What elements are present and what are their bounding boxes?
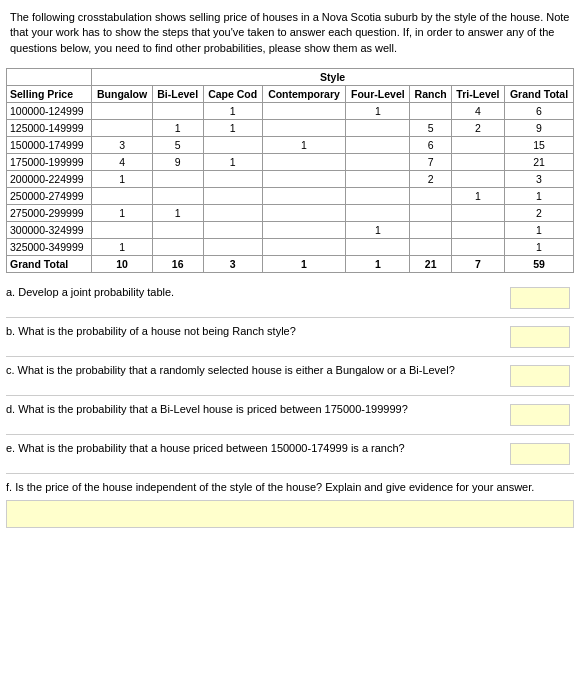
crosstab-table: Style Selling Price Bungalow Bi-Level Ca… (6, 68, 574, 273)
col-contemporary: Contemporary (262, 86, 345, 103)
grand-total-row: Grand Total 10 16 3 1 1 21 7 59 (7, 256, 574, 273)
col-bungalow: Bungalow (92, 86, 153, 103)
style-header-row: Style (7, 69, 574, 86)
style-label: Style (92, 69, 574, 86)
table-row: 275000-299999 1 1 2 (7, 205, 574, 222)
crosstab-table-container: Style Selling Price Bungalow Bi-Level Ca… (6, 68, 574, 273)
col-trilevel: Tri-Level (451, 86, 504, 103)
intro-text: The following crosstabulation shows sell… (6, 6, 574, 60)
table-row: 300000-324999 1 1 (7, 222, 574, 239)
question-c-section: c. What is the probability that a random… (6, 361, 574, 389)
col-selling-price: Selling Price (7, 86, 92, 103)
table-row: 175000-199999 4 9 1 7 21 (7, 154, 574, 171)
question-f-text: f. Is the price of the house independent… (6, 480, 574, 495)
col-bilevel: Bi-Level (152, 86, 203, 103)
table-row: 125000-149999 1 1 5 2 9 (7, 120, 574, 137)
question-e-answer-box[interactable] (510, 443, 570, 465)
col-fourlevel: Four-Level (346, 86, 410, 103)
question-b-section: b. What is the probability of a house no… (6, 322, 574, 350)
question-e-section: e. What is the probability that a house … (6, 439, 574, 467)
table-row: 100000-124999 1 1 4 6 (7, 103, 574, 120)
column-header-row: Selling Price Bungalow Bi-Level Cape Cod… (7, 86, 574, 103)
col-grandtotal: Grand Total (504, 86, 573, 103)
question-a-text: a. Develop a joint probability table. (6, 285, 504, 300)
question-d-text: d. What is the probability that a Bi-Lev… (6, 402, 504, 417)
question-d-section: d. What is the probability that a Bi-Lev… (6, 400, 574, 428)
col-capecod: Cape Cod (203, 86, 262, 103)
question-a-section: a. Develop a joint probability table. (6, 283, 574, 311)
question-d-answer-box[interactable] (510, 404, 570, 426)
question-b-text: b. What is the probability of a house no… (6, 324, 504, 339)
question-a-answer-box[interactable] (510, 287, 570, 309)
question-f-section: f. Is the price of the house independent… (6, 478, 574, 529)
question-f-answer-box[interactable] (6, 500, 574, 528)
question-c-answer-box[interactable] (510, 365, 570, 387)
question-c-text: c. What is the probability that a random… (6, 363, 504, 378)
table-row: 200000-224999 1 2 3 (7, 171, 574, 188)
question-b-answer-box[interactable] (510, 326, 570, 348)
table-row: 325000-349999 1 1 (7, 239, 574, 256)
question-e-text: e. What is the probability that a house … (6, 441, 504, 456)
col-ranch: Ranch (410, 86, 451, 103)
table-row: 250000-274999 1 1 (7, 188, 574, 205)
table-row: 150000-174999 3 5 1 6 15 (7, 137, 574, 154)
